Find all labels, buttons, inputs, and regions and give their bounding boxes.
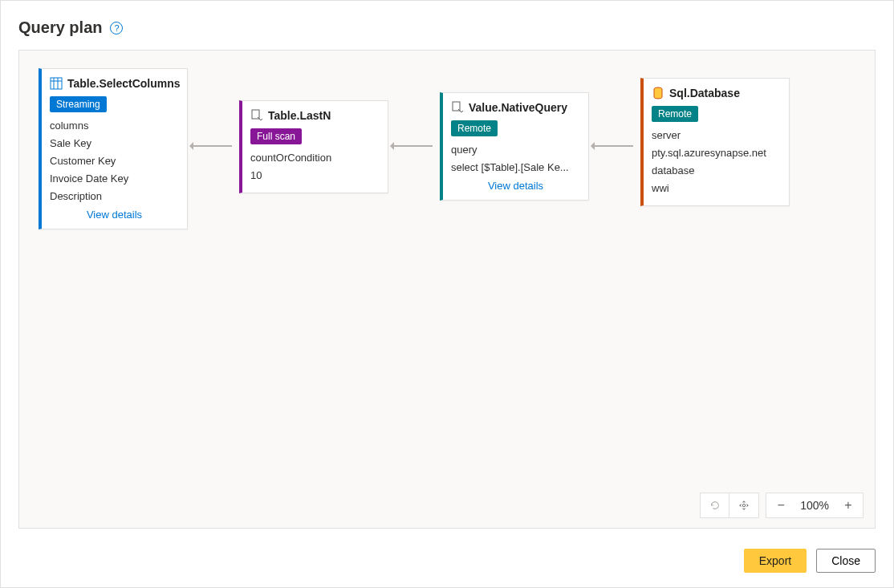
node-line: Customer Key — [50, 152, 179, 170]
diagram-canvas[interactable]: Table.SelectColumns Streaming columns Sa… — [18, 50, 876, 529]
view-details-link[interactable]: View details — [50, 205, 179, 221]
zoom-controls: − 100% + — [700, 493, 864, 518]
node-header: Sql.Database — [644, 79, 789, 103]
table-icon — [50, 77, 63, 90]
table-script-icon — [250, 109, 263, 122]
close-button[interactable]: Close — [816, 549, 876, 573]
node-line: Description — [50, 188, 179, 205]
node-line: database — [652, 162, 781, 180]
zoom-in-button[interactable]: + — [834, 493, 863, 517]
node-line: server — [652, 127, 781, 144]
node-table-selectcolumns[interactable]: Table.SelectColumns Streaming columns Sa… — [39, 68, 188, 229]
node-title: Table.SelectColumns — [67, 77, 181, 90]
connector-arrow — [190, 145, 232, 147]
node-body: Full scan countOrCondition 10 — [242, 125, 388, 193]
zoom-level: 100% — [795, 499, 834, 512]
panel-title: Query plan — [18, 18, 102, 37]
query-plan-panel: Query plan ? Table.SelectColumns Streami… — [0, 0, 894, 588]
node-body: Streaming columns Sale Key Customer Key … — [42, 93, 187, 229]
view-tools-group — [700, 493, 759, 518]
zoom-group: − 100% + — [766, 493, 864, 518]
node-line: select [$Table].[Sale Ke... — [451, 159, 580, 176]
node-header: Value.NativeQuery — [443, 93, 588, 117]
node-line: Invoice Date Key — [50, 170, 179, 188]
badge-fullscan: Full scan — [250, 128, 302, 144]
node-title: Value.NativeQuery — [469, 101, 567, 114]
help-icon[interactable]: ? — [110, 22, 123, 34]
svg-point-7 — [742, 504, 746, 507]
badge-streaming: Streaming — [50, 96, 107, 112]
export-button[interactable]: Export — [744, 549, 807, 573]
panel-header: Query plan ? — [18, 18, 876, 37]
view-details-link[interactable]: View details — [451, 176, 580, 192]
node-table-lastn[interactable]: Table.LastN Full scan countOrCondition 1… — [239, 100, 388, 193]
node-line: countOrCondition — [250, 149, 380, 167]
fit-to-screen-button[interactable] — [729, 493, 758, 517]
svg-rect-0 — [51, 78, 62, 89]
reset-view-button[interactable] — [701, 493, 729, 517]
node-body: Remote server pty.sql.azuresynapse.net d… — [644, 103, 789, 205]
badge-remote: Remote — [652, 106, 698, 122]
database-icon — [652, 87, 664, 99]
node-body: Remote query select [$Table].[Sale Ke...… — [443, 117, 588, 200]
connector-arrow — [591, 145, 633, 147]
node-line: wwi — [652, 180, 781, 197]
node-header: Table.SelectColumns — [42, 69, 187, 93]
node-line: 10 — [250, 167, 380, 185]
node-title: Sql.Database — [669, 87, 740, 99]
connector-arrow — [391, 145, 433, 147]
node-line: Sale Key — [50, 135, 179, 152]
node-line: columns — [50, 117, 179, 135]
node-sql-database[interactable]: Sql.Database Remote server pty.sql.azure… — [640, 78, 790, 206]
node-line: query — [451, 141, 580, 159]
badge-remote: Remote — [451, 120, 498, 136]
zoom-out-button[interactable]: − — [766, 493, 795, 517]
node-line: pty.sql.azuresynapse.net — [652, 144, 781, 162]
node-header: Table.LastN — [242, 101, 388, 125]
panel-footer: Export Close — [744, 549, 876, 573]
node-title: Table.LastN — [268, 109, 331, 122]
node-value-nativequery[interactable]: Value.NativeQuery Remote query select [$… — [440, 92, 589, 201]
table-script-icon — [451, 101, 464, 114]
